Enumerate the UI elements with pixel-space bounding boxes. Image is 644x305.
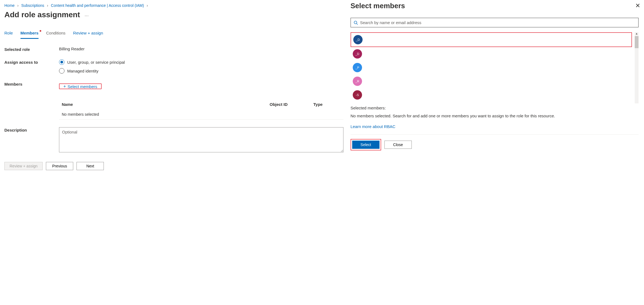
avatar: _D xyxy=(353,35,363,44)
more-actions-icon[interactable]: … xyxy=(84,12,89,17)
chevron-right-icon: › xyxy=(145,3,150,8)
radio-user-group-sp[interactable]: User, group, or service principal xyxy=(59,59,343,65)
member-row[interactable]: _R xyxy=(351,74,632,88)
selected-role-value: Billing Reader xyxy=(59,47,343,51)
breadcrumb-subscriptions[interactable]: Subscriptions xyxy=(21,3,44,8)
learn-rbac-link[interactable]: Learn more about RBAC xyxy=(351,124,395,129)
avatar: _R xyxy=(353,77,362,86)
tabs: Role Members Conditions Review + assign xyxy=(4,29,343,39)
review-assign-button[interactable]: Review + assign xyxy=(4,162,43,170)
description-label: Description xyxy=(4,127,59,132)
page-title: Add role assignment xyxy=(4,10,80,19)
panel-divider xyxy=(351,134,639,135)
assign-access-label: Assign access to xyxy=(4,59,59,65)
no-members-message: No members selected. Search for and add … xyxy=(351,113,639,119)
radio-managed-label: Managed identity xyxy=(67,69,98,73)
selected-members-label: Selected members: xyxy=(351,106,639,110)
chevron-right-icon: › xyxy=(45,3,50,8)
member-row[interactable]: _P xyxy=(351,61,632,74)
member-list: ▲ _D_D_P_R-S xyxy=(351,32,639,102)
select-button[interactable]: Select xyxy=(352,141,380,149)
tab-role[interactable]: Role xyxy=(4,29,13,39)
col-header-objectid: Object ID xyxy=(270,102,313,107)
members-empty-message: No members selected xyxy=(62,112,270,117)
svg-line-1 xyxy=(357,24,358,25)
members-table: Name Object ID Type No members selected xyxy=(59,99,343,120)
select-members-highlight: + Select members xyxy=(59,83,102,89)
close-button[interactable]: Close xyxy=(384,141,412,149)
tab-members-label: Members xyxy=(20,31,39,35)
tab-review-assign[interactable]: Review + assign xyxy=(73,29,103,39)
radio-managed-identity[interactable]: Managed identity xyxy=(59,68,343,74)
scroll-up-arrow-icon: ▲ xyxy=(635,32,639,35)
member-row[interactable]: _D xyxy=(351,32,632,47)
col-header-name: Name xyxy=(62,102,270,107)
col-header-type: Type xyxy=(313,102,341,107)
search-icon xyxy=(354,21,358,25)
radio-unchecked-icon xyxy=(59,68,64,74)
attention-dot-icon xyxy=(40,30,41,32)
member-row[interactable]: _D xyxy=(351,47,632,61)
panel-title: Select members xyxy=(351,2,639,10)
previous-button[interactable]: Previous xyxy=(46,162,73,170)
search-wrapper xyxy=(351,18,639,27)
scrollbar[interactable]: ▲ xyxy=(635,32,639,103)
avatar: -S xyxy=(353,90,362,100)
description-input[interactable] xyxy=(59,127,343,152)
svg-point-0 xyxy=(354,21,357,24)
breadcrumb-iam[interactable]: Content health and performance | Access … xyxy=(51,3,144,8)
members-label: Members xyxy=(4,81,59,86)
breadcrumb-home[interactable]: Home xyxy=(4,3,14,8)
select-members-link[interactable]: + Select members xyxy=(60,81,101,92)
tab-members[interactable]: Members xyxy=(20,29,39,39)
avatar: _P xyxy=(353,63,362,72)
next-button[interactable]: Next xyxy=(77,162,104,170)
selected-role-label: Selected role xyxy=(4,47,59,52)
search-input[interactable] xyxy=(360,19,636,26)
member-row[interactable]: -S xyxy=(351,88,632,102)
close-icon[interactable]: ✕ xyxy=(635,3,640,9)
avatar: _D xyxy=(353,49,362,59)
plus-icon: + xyxy=(63,84,66,89)
breadcrumb: Home › Subscriptions › Content health an… xyxy=(4,3,343,8)
select-members-link-label: Select members xyxy=(67,84,97,89)
scrollbar-thumb[interactable] xyxy=(635,36,639,48)
select-button-highlight: Select xyxy=(351,139,381,150)
radio-checked-icon xyxy=(59,59,64,65)
tab-conditions[interactable]: Conditions xyxy=(46,29,66,39)
radio-user-label: User, group, or service principal xyxy=(67,60,125,65)
chevron-right-icon: › xyxy=(16,3,20,8)
